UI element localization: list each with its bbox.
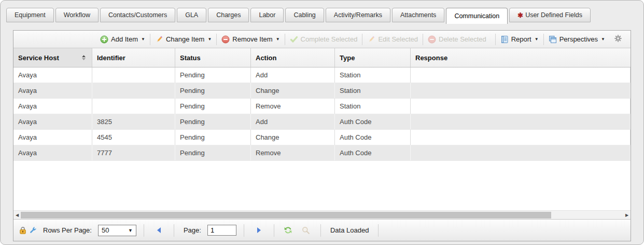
- pager-separator: [320, 224, 321, 237]
- report-button[interactable]: Report ▼: [496, 33, 543, 46]
- wrench-icon[interactable]: [29, 226, 37, 235]
- cell-service-host: Avaya: [13, 99, 92, 114]
- table-row[interactable]: Avaya Pending Remove Station: [13, 99, 631, 114]
- table-row[interactable]: Avaya 7777 Pending Remove Auth Code: [13, 145, 631, 161]
- cell-response: [411, 145, 631, 160]
- tab-label: Activity/Remarks: [334, 11, 382, 19]
- cell-identifier: [92, 83, 175, 98]
- column-header-status[interactable]: Status: [175, 48, 251, 67]
- tab-label: Attachments: [400, 11, 436, 19]
- cell-status: Pending: [175, 99, 251, 114]
- column-header-response[interactable]: Response: [411, 48, 631, 67]
- page-label: Page:: [181, 226, 203, 234]
- column-label: Type: [340, 54, 355, 62]
- cell-service-host: Avaya: [13, 67, 92, 83]
- column-label: Identifier: [97, 54, 125, 62]
- tab-equipment[interactable]: Equipment: [6, 8, 54, 22]
- table-row[interactable]: Avaya 3825 Pending Add Auth Code: [13, 114, 631, 130]
- tab-labor[interactable]: Labor: [250, 8, 284, 22]
- tab-contacts-customers[interactable]: Contacts/Customers: [100, 8, 175, 22]
- button-label: Perspectives: [559, 35, 598, 43]
- column-header-identifier[interactable]: Identifier: [92, 48, 175, 67]
- minus-circle-icon: [428, 35, 436, 44]
- cell-service-host: Avaya: [13, 114, 92, 129]
- cell-type: Auth Code: [335, 114, 411, 129]
- page-input[interactable]: [207, 225, 236, 236]
- button-label: Report: [511, 35, 531, 43]
- cell-action: Change: [251, 130, 335, 145]
- column-header-type[interactable]: Type: [335, 48, 411, 67]
- cell-identifier: 4545: [92, 130, 175, 145]
- minus-circle-icon: [221, 35, 230, 44]
- chevron-down-icon: ▼: [128, 228, 133, 233]
- tab-gla[interactable]: GLA: [177, 8, 206, 22]
- cell-identifier: 3825: [92, 114, 175, 129]
- cell-action: Add: [251, 67, 335, 83]
- add-item-button[interactable]: Add Item ▼: [95, 33, 150, 46]
- cell-service-host: Avaya: [13, 145, 92, 160]
- tab-activity-remarks[interactable]: Activity/Remarks: [326, 8, 390, 22]
- cell-service-host: Avaya: [13, 83, 92, 98]
- table-empty-area: [13, 161, 631, 210]
- column-header-action[interactable]: Action: [251, 48, 335, 67]
- pager-bar: Rows Per Page: 50 ▼ Page:: [13, 219, 631, 241]
- tab-communication[interactable]: Communication: [446, 8, 508, 24]
- sort-icon: [80, 54, 87, 61]
- tab-charges[interactable]: Charges: [208, 8, 249, 22]
- plus-circle-icon: [100, 35, 108, 44]
- cell-response: [411, 99, 631, 114]
- chevron-down-icon: ▼: [276, 37, 280, 42]
- pager-left-icons: [19, 226, 37, 235]
- previous-page-button[interactable]: [151, 227, 166, 234]
- lock-icon[interactable]: [19, 226, 27, 235]
- cell-type: Station: [335, 67, 411, 83]
- scroll-right-icon[interactable]: ▶: [623, 211, 631, 219]
- chevron-down-icon: ▼: [141, 37, 145, 42]
- remove-item-button[interactable]: Remove Item ▼: [217, 33, 284, 46]
- button-label: Delete Selected: [439, 35, 486, 43]
- table-row[interactable]: Avaya Pending Add Station: [13, 67, 631, 83]
- rows-per-page-label: Rows Per Page:: [41, 226, 94, 234]
- tab-user-defined-fields[interactable]: ✱ User Defined Fields: [509, 8, 591, 22]
- tab-attachments[interactable]: Attachments: [392, 8, 444, 22]
- tab-label: User Defined Fields: [525, 11, 582, 19]
- chevron-down-icon: ▼: [601, 37, 605, 42]
- table-header: Service Host Identifier Status Action Ty…: [13, 48, 631, 67]
- tab-label: Charges: [216, 11, 241, 19]
- table-row[interactable]: Avaya 4545 Pending Change Auth Code: [13, 130, 631, 145]
- button-label: Complete Selected: [301, 35, 358, 43]
- delete-selected-button: Delete Selected: [423, 33, 491, 46]
- scrollbar-track[interactable]: [21, 211, 623, 219]
- button-label: Add Item: [111, 35, 138, 43]
- scroll-left-icon[interactable]: ◀: [13, 211, 21, 219]
- refresh-icon[interactable]: [282, 226, 295, 235]
- report-icon: [500, 35, 509, 44]
- edit-selected-button: Edit Selected: [362, 33, 423, 46]
- change-item-button[interactable]: Change Item ▼: [150, 33, 216, 46]
- pager-separator: [378, 224, 379, 237]
- pager-separator: [244, 224, 244, 237]
- toolbar-right-group: Report ▼ Perspectives ▼: [495, 33, 626, 46]
- cell-service-host: Avaya: [13, 130, 92, 145]
- cell-identifier: [92, 99, 175, 114]
- perspectives-button[interactable]: Perspectives ▼: [544, 33, 610, 46]
- rows-per-page-select[interactable]: 50 ▼: [98, 225, 136, 236]
- table-row[interactable]: Avaya Pending Change Station: [13, 83, 631, 99]
- settings-button[interactable]: [610, 34, 626, 45]
- perspectives-icon: [549, 35, 557, 44]
- scrollbar-thumb[interactable]: [21, 212, 551, 219]
- cell-status: Pending: [175, 83, 251, 98]
- pager-separator: [144, 224, 144, 237]
- cell-action: Add: [251, 114, 335, 129]
- tab-cabling[interactable]: Cabling: [285, 8, 324, 22]
- chevron-down-icon: ▼: [207, 37, 212, 42]
- table-body: Avaya Pending Add Station Avaya Pending …: [13, 67, 631, 161]
- load-status: Data Loaded: [328, 226, 371, 234]
- column-label: Service Host: [18, 54, 59, 62]
- next-page-button[interactable]: [251, 227, 267, 234]
- column-header-service-host[interactable]: Service Host: [13, 48, 92, 67]
- tab-workflow[interactable]: Workflow: [55, 8, 99, 22]
- column-label: Action: [256, 54, 276, 62]
- horizontal-scrollbar[interactable]: ◀ ▶: [13, 210, 631, 219]
- pencil-icon: [155, 35, 163, 44]
